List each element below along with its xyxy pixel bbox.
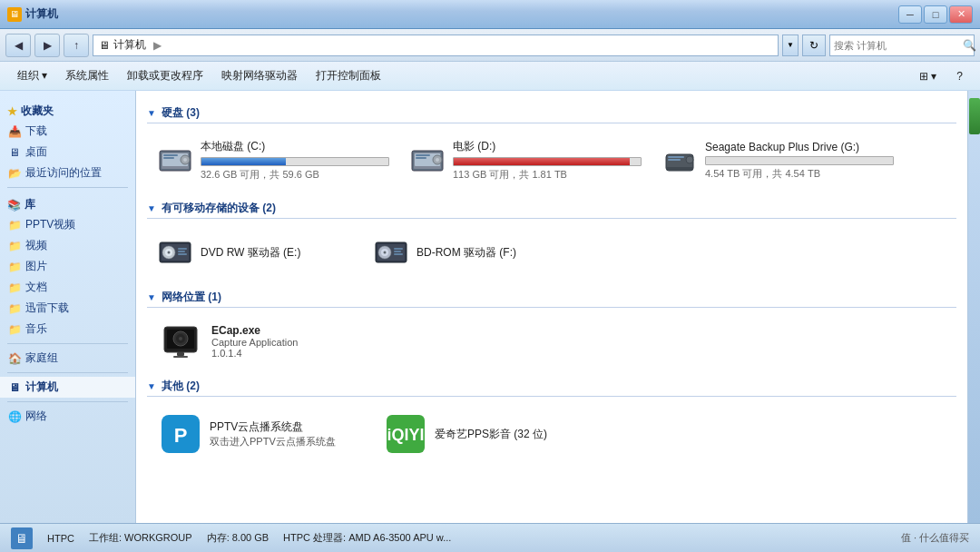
iqiyi-info: 爱奇艺PPS影音 (32 位) (435, 427, 547, 442)
network-label: 网络 (25, 409, 47, 424)
svg-point-39 (179, 337, 182, 340)
minimize-button[interactable]: ─ (898, 5, 922, 24)
pptv-other-sub: 双击进入PPTV云点播系统盘 (210, 435, 336, 448)
recent-label: 最近访问的位置 (25, 165, 102, 181)
address-path-arrow: ▶ (153, 39, 162, 52)
other-iqiyi-item[interactable]: iQIYI 爱奇艺PPS影音 (32 位) (376, 406, 593, 462)
refresh-button[interactable]: ↻ (802, 34, 826, 56)
drive-g-size: 4.54 TB 可用，共 4.54 TB (705, 167, 894, 181)
status-bar: 🖥 HTPC 工作组: WORKGROUP 内存: 8.00 GB HTPC 处… (0, 523, 980, 552)
music-label: 音乐 (25, 321, 47, 337)
address-input[interactable]: 🖥 计算机 ▶ (93, 34, 779, 56)
favorites-header: ★ 收藏夹 (0, 98, 135, 121)
drive-g-item[interactable]: Seagate Backup Plus Drive (G:) 4.54 TB 可… (655, 133, 900, 188)
toolbar-right: ⊞ ▾ ? (911, 64, 971, 88)
search-input[interactable] (834, 40, 959, 51)
drive-d-info: 电影 (D:) 113 GB 可用，共 1.81 TB (453, 139, 642, 182)
search-box[interactable]: 🔍 (829, 34, 975, 56)
svg-text:iQIYI: iQIYI (387, 426, 424, 444)
status-memory: 内存: 8.00 GB (207, 531, 269, 545)
bdrom-icon (373, 234, 409, 271)
properties-button[interactable]: 系统属性 (57, 64, 117, 88)
drive-d-item[interactable]: 电影 (D:) 113 GB 可用，共 1.81 TB (403, 133, 648, 188)
status-brand: 值 · 什么值得买 (901, 531, 969, 545)
sidebar-item-download[interactable]: 📥 下载 (0, 121, 135, 142)
drive-g-name: Seagate Backup Plus Drive (G:) (705, 141, 894, 153)
hard-drives-label: 硬盘 (3) (162, 105, 200, 121)
sidebar-item-computer[interactable]: 🖥 计算机 (0, 377, 135, 398)
sidebar-item-network[interactable]: 🌐 网络 (0, 406, 135, 427)
svg-rect-25 (178, 251, 185, 252)
download-icon: 📥 (7, 124, 22, 139)
ecap-icon (159, 323, 202, 360)
view-options-button[interactable]: ⊞ ▾ (911, 64, 945, 88)
sidebar-item-recent[interactable]: 📂 最近访问的位置 (0, 163, 135, 183)
pptv-other-name: PPTV云点播系统盘 (210, 419, 336, 435)
ecap-name: ECap.exe (211, 324, 298, 337)
control-panel-button[interactable]: 打开控制面板 (308, 64, 389, 88)
svg-rect-15 (668, 156, 684, 158)
xunlei-icon: 📁 (7, 301, 22, 316)
pictures-label: 图片 (25, 259, 47, 274)
sidebar-item-docs[interactable]: 📁 文档 (0, 277, 135, 298)
ecap-info: ECap.exe Capture Application 1.0.1.4 (211, 324, 298, 359)
svg-rect-26 (178, 253, 187, 255)
help-button[interactable]: ? (948, 64, 971, 88)
sidebar-item-xunlei[interactable]: 📁 迅雷下载 (0, 298, 135, 319)
drive-d-name: 电影 (D:) (453, 139, 642, 154)
removable-header: ▼ 有可移动存储的设备 (2) (147, 201, 956, 219)
window-controls: ─ □ ✕ (898, 5, 973, 24)
organize-button[interactable]: 组织 ▾ (9, 64, 55, 88)
svg-rect-41 (173, 356, 188, 358)
network-location-header: ▼ 网络位置 (1) (147, 290, 956, 308)
right-panel (967, 91, 980, 523)
drives-grid: 本地磁盘 (C:) 32.6 GB 可用，共 59.6 GB (147, 127, 956, 193)
sidebar-item-music[interactable]: 📁 音乐 (0, 319, 135, 340)
close-button[interactable]: ✕ (949, 5, 973, 24)
network-items-container: ECap.exe Capture Application 1.0.1.4 (147, 311, 956, 371)
brand-text: 值 · 什么值得买 (901, 531, 969, 545)
title-bar: 🖥 计算机 ─ □ ✕ (0, 0, 980, 29)
svg-rect-34 (394, 253, 403, 255)
sidebar-item-pictures[interactable]: 📁 图片 (0, 256, 135, 277)
maximize-button[interactable]: □ (924, 5, 947, 24)
svg-rect-12 (416, 154, 430, 156)
address-path-icon: 🖥 (99, 39, 110, 52)
svg-rect-5 (163, 154, 178, 156)
window-title: 计算机 (25, 6, 898, 22)
sidebar-item-desktop[interactable]: 🖥 桌面 (0, 142, 135, 163)
library-header: 📚 库 (0, 192, 135, 214)
drive-g-icon (662, 143, 698, 179)
content-area: ▼ 硬盘 (3) 本地磁盘 (C:) (136, 91, 967, 523)
sidebar-item-video[interactable]: 📁 视频 (0, 235, 135, 256)
drive-c-name: 本地磁盘 (C:) (201, 139, 389, 154)
xunlei-label: 迅雷下载 (25, 301, 69, 316)
forward-button[interactable]: ▶ (34, 34, 60, 57)
network-ecap-item[interactable]: ECap.exe Capture Application 1.0.1.4 (152, 315, 304, 368)
svg-point-4 (183, 158, 187, 162)
star-icon: ★ (7, 105, 17, 118)
drive-c-fill (201, 158, 286, 165)
other-pptv-item[interactable]: P PPTV云点播系统盘 双击进入PPTV云点播系统盘 (151, 406, 368, 462)
uninstall-button[interactable]: 卸载或更改程序 (119, 64, 211, 88)
drive-c-item[interactable]: 本地磁盘 (C:) 32.6 GB 可用，共 59.6 GB (151, 133, 396, 188)
address-dropdown[interactable]: ▼ (782, 34, 799, 56)
hd-triangle-icon: ▼ (147, 108, 156, 118)
sidebar-item-pptv[interactable]: 📁 PPTV视频 (0, 214, 135, 235)
network-icon: 🌐 (7, 409, 22, 424)
up-button[interactable]: ↑ (64, 34, 89, 57)
right-panel-green-btn[interactable] (969, 98, 980, 134)
back-button[interactable]: ◀ (5, 34, 31, 57)
device-dvd-item[interactable]: DVD RW 驱动器 (E:) (151, 228, 359, 277)
ecap-sub2: 1.0.1.4 (211, 348, 298, 359)
sidebar-item-homegroup[interactable]: 🏠 家庭组 (0, 348, 135, 369)
app-icon: 🖥 (7, 7, 22, 22)
map-network-button[interactable]: 映射网络驱动器 (213, 64, 306, 88)
address-path-text: 计算机 (113, 37, 146, 53)
bdrom-name: BD-ROM 驱动器 (F:) (416, 245, 516, 261)
device-bdrom-item[interactable]: BD-ROM 驱动器 (F:) (367, 228, 575, 277)
docs-label: 文档 (25, 280, 47, 295)
other-label: 其他 (2) (162, 379, 200, 394)
library-icon: 📚 (7, 199, 21, 212)
drive-c-size: 32.6 GB 可用，共 59.6 GB (201, 168, 389, 182)
